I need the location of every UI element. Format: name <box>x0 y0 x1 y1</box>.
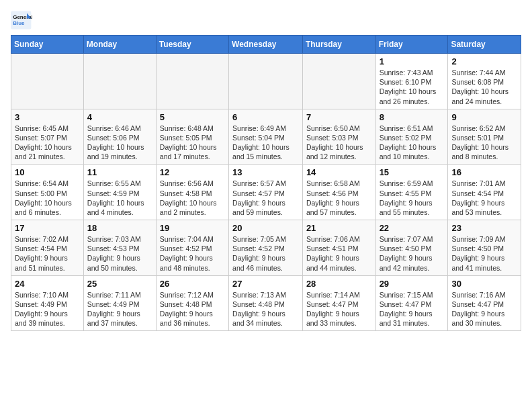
calendar-day-27: 27Sunrise: 7:13 AMSunset: 4:48 PMDayligh… <box>229 275 303 331</box>
day-info: Sunrise: 6:46 AMSunset: 5:06 PMDaylight:… <box>87 124 152 162</box>
header-tuesday: Tuesday <box>156 36 228 54</box>
calendar-day-2: 2Sunrise: 7:44 AMSunset: 6:08 PMDaylight… <box>448 54 521 109</box>
day-number: 18 <box>87 223 152 233</box>
calendar-day-10: 10Sunrise: 6:54 AMSunset: 5:00 PMDayligh… <box>11 165 84 220</box>
day-number: 20 <box>232 223 299 233</box>
calendar-empty <box>83 54 156 109</box>
calendar-day-1: 1Sunrise: 7:43 AMSunset: 6:10 PMDaylight… <box>375 54 448 109</box>
day-number: 23 <box>451 223 517 233</box>
day-info: Sunrise: 6:58 AMSunset: 4:56 PMDaylight:… <box>306 179 372 217</box>
day-number: 29 <box>380 279 445 289</box>
calendar-day-20: 20Sunrise: 7:05 AMSunset: 4:52 PMDayligh… <box>229 220 303 276</box>
day-number: 21 <box>306 223 372 233</box>
calendar-day-12: 12Sunrise: 6:56 AMSunset: 4:58 PMDayligh… <box>156 165 228 220</box>
logo: General Blue <box>11 11 32 30</box>
day-info: Sunrise: 7:44 AMSunset: 6:08 PMDaylight:… <box>451 68 517 106</box>
calendar-day-28: 28Sunrise: 7:14 AMSunset: 4:47 PMDayligh… <box>302 275 375 331</box>
day-number: 8 <box>380 112 445 122</box>
calendar-header-row: SundayMondayTuesdayWednesdayThursdayFrid… <box>11 36 521 54</box>
day-info: Sunrise: 7:01 AMSunset: 4:54 PMDaylight:… <box>451 179 517 217</box>
day-number: 26 <box>160 279 225 289</box>
day-number: 6 <box>232 112 299 122</box>
day-info: Sunrise: 6:59 AMSunset: 4:55 PMDaylight:… <box>380 179 445 217</box>
day-number: 17 <box>15 223 80 233</box>
calendar: SundayMondayTuesdayWednesdayThursdayFrid… <box>11 35 521 331</box>
day-info: Sunrise: 7:15 AMSunset: 4:47 PMDaylight:… <box>380 290 445 328</box>
day-info: Sunrise: 6:51 AMSunset: 5:02 PMDaylight:… <box>380 124 445 162</box>
calendar-day-25: 25Sunrise: 7:11 AMSunset: 4:49 PMDayligh… <box>83 275 156 331</box>
header-friday: Friday <box>375 36 448 54</box>
logo-icon: General Blue <box>11 11 32 30</box>
day-info: Sunrise: 6:45 AMSunset: 5:07 PMDaylight:… <box>15 124 80 162</box>
calendar-empty <box>156 54 228 109</box>
day-info: Sunrise: 6:54 AMSunset: 5:00 PMDaylight:… <box>15 179 80 217</box>
day-number: 25 <box>87 279 152 289</box>
calendar-week-1: 1Sunrise: 7:43 AMSunset: 6:10 PMDaylight… <box>11 54 521 109</box>
day-number: 2 <box>451 56 517 66</box>
calendar-empty <box>302 54 375 109</box>
calendar-week-4: 17Sunrise: 7:02 AMSunset: 4:54 PMDayligh… <box>11 220 521 276</box>
calendar-day-15: 15Sunrise: 6:59 AMSunset: 4:55 PMDayligh… <box>375 165 448 220</box>
day-info: Sunrise: 6:52 AMSunset: 5:01 PMDaylight:… <box>451 124 517 162</box>
day-info: Sunrise: 7:10 AMSunset: 4:49 PMDaylight:… <box>15 290 80 328</box>
calendar-day-11: 11Sunrise: 6:55 AMSunset: 4:59 PMDayligh… <box>83 165 156 220</box>
header-thursday: Thursday <box>302 36 375 54</box>
day-number: 1 <box>380 56 445 66</box>
svg-text:Blue: Blue <box>13 20 25 26</box>
day-info: Sunrise: 7:02 AMSunset: 4:54 PMDaylight:… <box>15 234 80 273</box>
calendar-empty <box>11 54 84 109</box>
day-number: 9 <box>451 112 517 122</box>
day-info: Sunrise: 6:55 AMSunset: 4:59 PMDaylight:… <box>87 179 152 217</box>
calendar-day-26: 26Sunrise: 7:12 AMSunset: 4:48 PMDayligh… <box>156 275 228 331</box>
day-info: Sunrise: 6:57 AMSunset: 4:57 PMDaylight:… <box>232 179 299 217</box>
day-number: 3 <box>15 112 80 122</box>
header-monday: Monday <box>83 36 156 54</box>
calendar-week-3: 10Sunrise: 6:54 AMSunset: 5:00 PMDayligh… <box>11 165 521 220</box>
day-number: 4 <box>87 112 152 122</box>
calendar-week-5: 24Sunrise: 7:10 AMSunset: 4:49 PMDayligh… <box>11 275 521 331</box>
day-info: Sunrise: 6:48 AMSunset: 5:05 PMDaylight:… <box>160 124 225 162</box>
calendar-day-5: 5Sunrise: 6:48 AMSunset: 5:05 PMDaylight… <box>156 109 228 165</box>
calendar-day-3: 3Sunrise: 6:45 AMSunset: 5:07 PMDaylight… <box>11 109 84 165</box>
day-number: 28 <box>306 279 372 289</box>
day-number: 16 <box>451 167 517 177</box>
calendar-day-24: 24Sunrise: 7:10 AMSunset: 4:49 PMDayligh… <box>11 275 84 331</box>
day-info: Sunrise: 7:16 AMSunset: 4:47 PMDaylight:… <box>451 290 517 328</box>
day-info: Sunrise: 6:56 AMSunset: 4:58 PMDaylight:… <box>160 179 225 217</box>
day-info: Sunrise: 7:03 AMSunset: 4:53 PMDaylight:… <box>87 234 152 273</box>
day-info: Sunrise: 7:13 AMSunset: 4:48 PMDaylight:… <box>232 290 299 328</box>
calendar-week-2: 3Sunrise: 6:45 AMSunset: 5:07 PMDaylight… <box>11 109 521 165</box>
day-number: 7 <box>306 112 372 122</box>
day-info: Sunrise: 7:06 AMSunset: 4:51 PMDaylight:… <box>306 234 372 273</box>
day-number: 19 <box>160 223 225 233</box>
calendar-day-18: 18Sunrise: 7:03 AMSunset: 4:53 PMDayligh… <box>83 220 156 276</box>
calendar-day-7: 7Sunrise: 6:50 AMSunset: 5:03 PMDaylight… <box>302 109 375 165</box>
day-number: 30 <box>451 279 517 289</box>
calendar-day-23: 23Sunrise: 7:09 AMSunset: 4:50 PMDayligh… <box>448 220 521 276</box>
calendar-day-21: 21Sunrise: 7:06 AMSunset: 4:51 PMDayligh… <box>302 220 375 276</box>
day-number: 24 <box>15 279 80 289</box>
header-saturday: Saturday <box>448 36 521 54</box>
calendar-day-13: 13Sunrise: 6:57 AMSunset: 4:57 PMDayligh… <box>229 165 303 220</box>
calendar-day-9: 9Sunrise: 6:52 AMSunset: 5:01 PMDaylight… <box>448 109 521 165</box>
calendar-day-8: 8Sunrise: 6:51 AMSunset: 5:02 PMDaylight… <box>375 109 448 165</box>
day-info: Sunrise: 7:05 AMSunset: 4:52 PMDaylight:… <box>232 234 299 273</box>
calendar-day-29: 29Sunrise: 7:15 AMSunset: 4:47 PMDayligh… <box>375 275 448 331</box>
day-info: Sunrise: 7:43 AMSunset: 6:10 PMDaylight:… <box>380 68 445 106</box>
day-info: Sunrise: 6:49 AMSunset: 5:04 PMDaylight:… <box>232 124 299 162</box>
header-wednesday: Wednesday <box>229 36 303 54</box>
day-info: Sunrise: 7:14 AMSunset: 4:47 PMDaylight:… <box>306 290 372 328</box>
day-number: 11 <box>87 167 152 177</box>
day-info: Sunrise: 7:11 AMSunset: 4:49 PMDaylight:… <box>87 290 152 328</box>
calendar-day-6: 6Sunrise: 6:49 AMSunset: 5:04 PMDaylight… <box>229 109 303 165</box>
calendar-empty <box>229 54 303 109</box>
day-number: 15 <box>380 167 445 177</box>
day-number: 22 <box>380 223 445 233</box>
header: General Blue <box>11 11 521 30</box>
day-info: Sunrise: 7:12 AMSunset: 4:48 PMDaylight:… <box>160 290 225 328</box>
day-info: Sunrise: 7:07 AMSunset: 4:50 PMDaylight:… <box>380 234 445 273</box>
day-number: 12 <box>160 167 225 177</box>
calendar-day-30: 30Sunrise: 7:16 AMSunset: 4:47 PMDayligh… <box>448 275 521 331</box>
day-info: Sunrise: 7:09 AMSunset: 4:50 PMDaylight:… <box>451 234 517 273</box>
header-sunday: Sunday <box>11 36 84 54</box>
